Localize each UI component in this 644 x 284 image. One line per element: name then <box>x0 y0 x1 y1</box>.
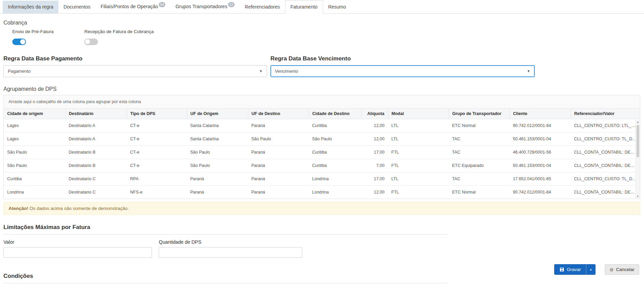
cell: CT-e <box>127 119 187 132</box>
regra-pagamento-select[interactable]: Pagamento ▼ <box>3 65 267 77</box>
cell: Destinatario C <box>65 172 127 186</box>
grid-scrollbar[interactable]: ▲ ▼ <box>635 120 640 199</box>
valor-input[interactable] <box>3 247 152 258</box>
cell: Destinatario B <box>65 159 127 172</box>
cell: Lages <box>4 132 65 146</box>
tab-resumo[interactable]: Resumo <box>323 1 351 13</box>
regra-pagamento-title: Regra Data Base Pagamento <box>3 55 267 62</box>
tab-label: Documentos <box>64 4 90 10</box>
cell: NFS-e <box>127 186 187 199</box>
pre-fatura-label: Envio de Pré-Fatura <box>12 29 84 34</box>
regra-vencimento-title: Regra Data Base Vencimento <box>270 55 535 62</box>
cell: LTL <box>388 132 449 146</box>
tab-referenciadores[interactable]: Referenciadores <box>240 1 285 13</box>
limitacoes-title: Limitações Máximas por Fatura <box>3 224 90 230</box>
tab-count-badge: 13 <box>228 2 235 7</box>
regra-vencimento-value: Vencimento <box>275 69 298 74</box>
cell: São Paulo <box>309 132 361 146</box>
column-header[interactable]: Grupo de Transportador <box>449 109 509 119</box>
cell: Destinatario A <box>65 132 127 146</box>
cell: FTL <box>388 146 449 159</box>
cell: 12,00 <box>361 186 388 199</box>
cell: Curitiba <box>309 119 361 132</box>
grid-body: LagesDestinatario ACT-eSanta CatarinaPar… <box>4 119 640 199</box>
action-buttons: Gravar ▲ ⊘ Cancelar <box>554 264 639 275</box>
column-header[interactable]: Tipo de DPS <box>127 109 187 119</box>
column-header[interactable]: Referenciador/Valor <box>571 109 640 119</box>
column-header[interactable]: Destinatário <box>65 109 127 119</box>
dps-table: Cidade de origemDestinatárioTipo de DPSU… <box>4 109 640 199</box>
column-header[interactable]: UF de Destino <box>248 109 309 119</box>
cell: CLL_CONTA_CONTABIL: DEPART_A <box>571 186 640 199</box>
tab-faturamento[interactable]: Faturamento <box>285 0 323 14</box>
tab-filiais-pontos-de-opera-o[interactable]: Filiais/Pontos de Operação54 <box>96 0 170 13</box>
cobranca-toggles: Envio de Pré-Fatura Recepção de Fatura d… <box>12 29 644 45</box>
cell: 90.742.012/0001-84 <box>509 119 571 132</box>
cancel-button-label: Cancelar <box>616 267 634 272</box>
cell: Londrina <box>4 186 65 199</box>
grid-header-row: Cidade de origemDestinatárioTipo de DPSU… <box>4 109 640 119</box>
cell: 17,00 <box>361 146 388 159</box>
save-icon <box>560 267 564 272</box>
cell: Lages <box>4 119 65 132</box>
cell: FTL <box>388 159 449 172</box>
tab-label: Informações da regra <box>8 4 53 10</box>
regra-vencimento-select[interactable]: Vencimento ▼ <box>270 65 535 77</box>
tab-grupos-transportadores[interactable]: Grupos Transportadores13 <box>170 0 240 13</box>
cancel-button[interactable]: ⊘ Cancelar <box>605 264 639 275</box>
regra-data-base-row: Regra Data Base Pagamento Pagamento ▼ Re… <box>3 55 641 77</box>
cell: São Paulo <box>187 146 248 159</box>
cell: Destinatario C <box>65 186 127 199</box>
quantidade-dps-input[interactable] <box>159 247 302 258</box>
limitacoes-section-header: Limitações Máximas por Fatura <box>3 224 447 235</box>
cell: São Paulo <box>4 159 65 172</box>
toggle-knob <box>20 39 25 44</box>
scroll-up-icon[interactable]: ▲ <box>636 120 640 124</box>
column-header[interactable]: Modal <box>388 109 449 119</box>
cell: ETC Equiparado <box>449 159 509 172</box>
cell: Londrina <box>309 172 361 186</box>
cell: Londrina <box>309 186 361 199</box>
column-header[interactable]: Cidade de origem <box>4 109 65 119</box>
cell: LTL <box>388 172 449 186</box>
agrupamento-title: Agrupamento de DPS <box>3 86 644 92</box>
tab-documentos[interactable]: Documentos <box>58 1 96 13</box>
chevron-up-icon: ▲ <box>589 268 592 271</box>
cell: Paraná <box>248 172 309 186</box>
group-drop-zone[interactable]: Arraste aqui o cabeçalho de uma coluna p… <box>4 95 640 109</box>
recepcao-fatura-toggle[interactable] <box>84 39 98 45</box>
cell: TAC <box>449 146 509 159</box>
cell: São Paulo <box>187 159 248 172</box>
cell: 50.461.153/0001-04 <box>509 159 571 172</box>
column-header[interactable]: Alíquota <box>361 109 388 119</box>
tab-label: Faturamento <box>291 4 318 10</box>
pre-fatura-group: Envio de Pré-Fatura <box>12 29 84 45</box>
cell: CT-e <box>127 146 187 159</box>
cell: Santa Catarina <box>187 132 248 146</box>
cell: CLL_CENTRO_CUSTO: TL_DIST <box>571 132 640 146</box>
tab-label: Filiais/Pontos de Operação <box>101 4 158 9</box>
cell: Paraná <box>248 119 309 132</box>
tab-informa-es-da-regra[interactable]: Informações da regra <box>3 1 58 13</box>
column-header[interactable]: Cidade de Destino <box>309 109 361 119</box>
pre-fatura-toggle[interactable] <box>12 39 26 45</box>
cell: RPA <box>127 172 187 186</box>
cell: Destinatario B <box>65 146 127 159</box>
save-button-label: Gravar <box>567 267 581 272</box>
toggle-knob <box>85 39 90 44</box>
save-options-dropdown[interactable]: ▲ <box>586 265 595 274</box>
recepcao-fatura-group: Recepção de Fatura de Cobrança <box>84 29 154 45</box>
column-header[interactable]: Cliente <box>509 109 571 119</box>
regra-pagamento-group: Regra Data Base Pagamento Pagamento ▼ <box>3 55 267 77</box>
warning-text: Os dados acima são somente de demonstraç… <box>28 206 129 211</box>
scroll-down-icon[interactable]: ▼ <box>636 194 640 199</box>
quantidade-dps-field-group: Quantidade de DPS <box>159 239 302 258</box>
cell: ETC Normal <box>449 119 509 132</box>
column-header[interactable]: UF de Origem <box>187 109 248 119</box>
table-row: São PauloDestinatario BCT-eSão PauloPara… <box>4 159 640 172</box>
scrollbar-thumb[interactable] <box>636 125 639 157</box>
cell: Paraná <box>187 186 248 199</box>
cobranca-title: Cobrança <box>3 20 644 26</box>
save-button[interactable]: Gravar <box>555 265 586 274</box>
cell: CLL_CENTRO_CUSTO: TL_DIST <box>571 172 640 186</box>
